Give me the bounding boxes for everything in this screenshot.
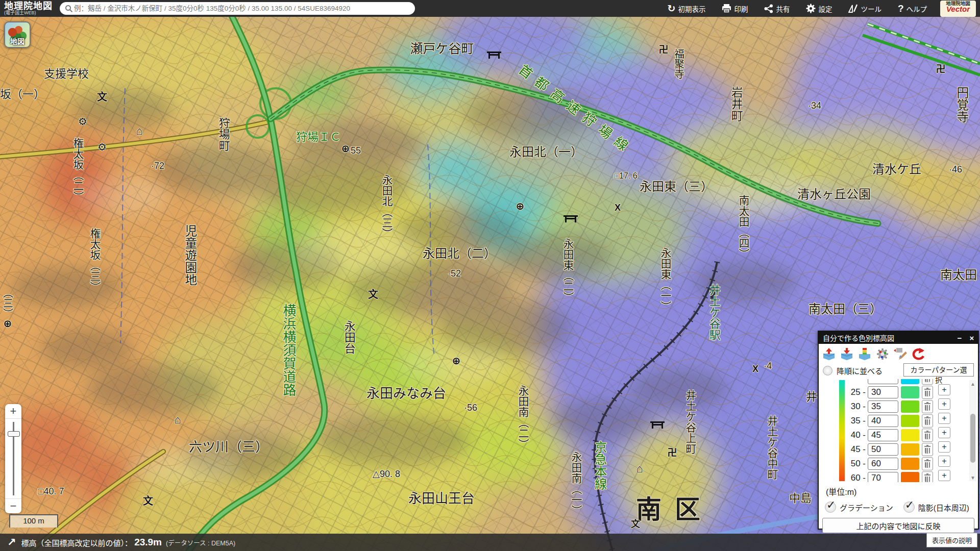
help-button[interactable]: ? ヘルプ — [895, 3, 930, 14]
range-to-input[interactable] — [868, 379, 898, 384]
delete-row-button[interactable] — [922, 386, 933, 399]
map-label: ·34 — [808, 101, 821, 111]
tools-icon — [848, 4, 858, 13]
map-label: 狩場町 — [216, 117, 229, 151]
scroll-down-button[interactable]: ▼ — [969, 474, 976, 481]
export-icon — [822, 347, 836, 361]
color-swatch[interactable] — [901, 472, 919, 482]
export-settings-button[interactable] — [822, 347, 836, 361]
panel-sort-row: 降順に並べる カラーパターン選択 — [819, 363, 978, 378]
sort-descending-label: 降順に並べる — [837, 365, 883, 376]
delete-row-button[interactable] — [922, 443, 933, 456]
layer-select-button[interactable]: 地図 — [4, 21, 31, 48]
add-row-button[interactable]: + — [938, 384, 950, 395]
map-label: 瀬戸ケ谷町 — [410, 41, 474, 56]
range-to-input[interactable] — [868, 415, 898, 427]
delete-row-button[interactable] — [922, 471, 933, 482]
color-swatch[interactable] — [901, 429, 919, 441]
panel-options: ✓ グラデーション ✓ 陰影(日本周辺) — [819, 502, 978, 513]
elevation-row-list: 25 -30 -35 -40 -45 -50 -60 - +++++++ ▲ ▼ — [819, 379, 978, 482]
scroll-up-button[interactable]: ▲ — [969, 380, 976, 387]
import-settings-button[interactable] — [840, 347, 854, 361]
map-symbol-icon: ⌂ — [136, 124, 142, 138]
color-swatch[interactable] — [901, 400, 919, 413]
map-label: 横浜横須賀道路 — [280, 304, 296, 396]
delete-row-button[interactable] — [922, 414, 933, 428]
range-to-input[interactable] — [868, 472, 898, 482]
zoom-control: + − — [5, 404, 21, 513]
zoom-slider-track[interactable] — [5, 418, 21, 499]
apply-to-map-button[interactable]: 上記の内容で地図に反映 — [822, 518, 974, 533]
range-from-label: 60 - — [847, 473, 866, 482]
map-symbol-icon: ⚙ — [97, 141, 107, 153]
add-row-button[interactable]: + — [938, 427, 950, 438]
range-to-input[interactable] — [868, 400, 898, 413]
panel-minimize-button[interactable]: − — [953, 333, 966, 343]
scrollbar-thumb[interactable] — [970, 414, 975, 463]
panel-scrollbar[interactable]: ▲ ▼ — [969, 380, 976, 481]
value-explanation-button[interactable]: 表示値の説明 — [926, 533, 977, 547]
add-row-button[interactable]: + — [938, 441, 950, 453]
shading-checkbox[interactable]: ✓ 陰影(日本周辺) — [903, 502, 969, 513]
load-colors-button[interactable] — [857, 347, 872, 361]
zoom-out-button[interactable]: − — [5, 499, 21, 513]
settings-button[interactable]: 設定 — [803, 3, 835, 14]
map-symbol-icon: ⊕ — [341, 142, 350, 155]
undo-button[interactable] — [911, 347, 925, 361]
map-label: 永田南（二） — [517, 385, 529, 449]
add-row-button[interactable]: + — [938, 470, 950, 481]
color-swatch[interactable] — [901, 458, 919, 470]
search-box[interactable] — [60, 2, 415, 15]
undo-icon — [911, 347, 925, 361]
map-label: 井土ケ谷駅 — [707, 284, 720, 340]
panel-header[interactable]: 自分で作る色別標高図 − × — [819, 332, 978, 344]
range-to-input[interactable] — [868, 386, 898, 398]
gradation-checkbox[interactable]: ✓ グラデーション — [825, 502, 893, 513]
zoom-in-button[interactable]: + — [5, 404, 21, 418]
header-buttons: ↻ 初期表示 印刷 共有 — [664, 1, 976, 17]
map-symbol-icon: X — [615, 203, 621, 213]
delete-row-button[interactable] — [922, 400, 933, 413]
map-label: □17. 6 — [614, 171, 637, 181]
panel-close-button[interactable]: × — [966, 333, 978, 343]
add-row-button[interactable]: + — [938, 456, 950, 467]
map-label: 永田台 — [342, 320, 355, 354]
sort-descending-radio[interactable] — [823, 366, 832, 375]
map-label: 南太田（四） — [737, 195, 749, 259]
pattern-settings-button[interactable] — [875, 347, 890, 361]
map-label: □40. 7 — [38, 486, 64, 497]
delete-row-button[interactable] — [922, 457, 933, 470]
print-button[interactable]: 印刷 — [719, 3, 751, 14]
search-input[interactable] — [73, 4, 410, 13]
map-label: ·72 — [151, 161, 164, 171]
color-swatch[interactable] — [901, 443, 919, 456]
trash-icon — [924, 474, 930, 475]
add-row-button[interactable]: + — [938, 413, 950, 424]
range-to-input[interactable] — [868, 443, 898, 456]
reset-view-button[interactable]: ↻ 初期表示 — [664, 3, 708, 14]
delete-row-button[interactable] — [922, 379, 933, 385]
map-symbol-icon: 文 — [631, 516, 640, 530]
zoom-slider-handle[interactable] — [8, 431, 20, 437]
checkbox-circle: ✓ — [825, 502, 836, 513]
delete-row-button[interactable] — [922, 429, 933, 442]
map-label: 児童遊園地 — [183, 224, 197, 286]
paint-map-button[interactable] — [893, 347, 908, 361]
panel-toolbar — [819, 344, 978, 362]
color-swatch[interactable] — [901, 379, 919, 384]
map-scale-bar: 100 m — [9, 514, 58, 528]
range-to-input[interactable] — [868, 458, 898, 470]
app-subtitle: (電子国土WEB) — [4, 11, 53, 15]
color-pattern-select-button[interactable]: カラーパターン選択 — [903, 363, 974, 377]
gsi-vector-badge[interactable]: 地理院地図 Vector — [940, 1, 976, 17]
map-label: 永田北（三） — [380, 174, 393, 239]
map-label: 永田東（一） — [659, 247, 671, 312]
range-from-label: 30 - — [847, 402, 866, 412]
share-button[interactable]: 共有 — [761, 3, 793, 14]
color-swatch[interactable] — [901, 415, 919, 427]
color-swatch[interactable] — [901, 386, 919, 398]
map-label: 円覚寺 — [954, 86, 969, 123]
add-row-button[interactable]: + — [938, 398, 950, 410]
tools-button[interactable]: ツール — [845, 3, 885, 14]
range-to-input[interactable] — [868, 429, 898, 441]
